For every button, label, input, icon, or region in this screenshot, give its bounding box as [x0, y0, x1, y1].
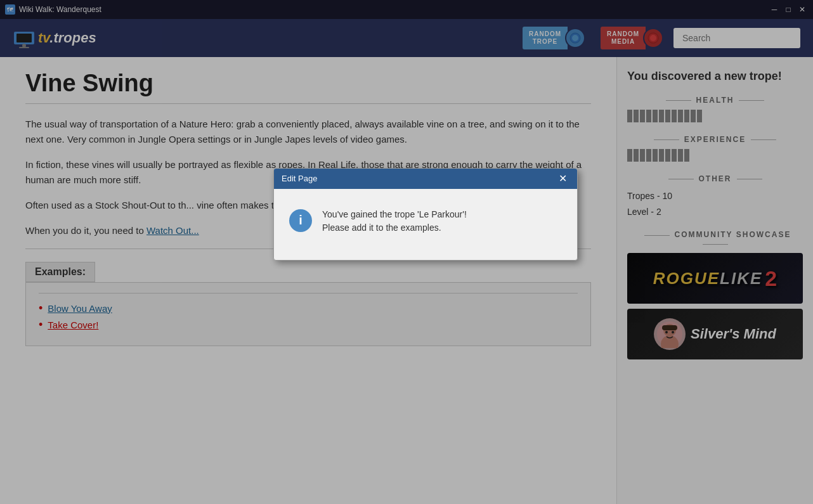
edit-page-modal: Edit Page ✕ i You've gained the trope 'L… [273, 168, 578, 261]
modal-close-button[interactable]: ✕ [556, 174, 569, 184]
info-icon: i [289, 209, 312, 232]
modal-title: Edit Page [282, 174, 317, 183]
modal-message: You've gained the trope 'Le Parkour'!Ple… [322, 208, 467, 235]
modal-body: i You've gained the trope 'Le Parkour'!P… [274, 189, 577, 260]
modal-overlay: Edit Page ✕ i You've gained the trope 'L… [0, 0, 813, 504]
modal-title-bar: Edit Page ✕ [274, 169, 577, 189]
